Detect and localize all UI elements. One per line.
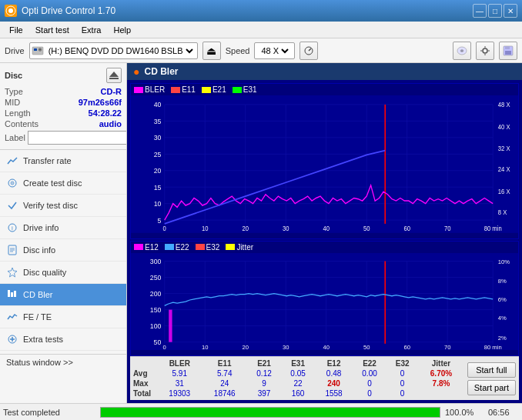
stats-header-jitter: Jitter bbox=[418, 358, 464, 368]
stats-header-label bbox=[130, 358, 157, 368]
title-bar: Opti Drive Control 1.70 — □ ✕ bbox=[0, 0, 522, 22]
stats-max-e31: 22 bbox=[281, 378, 315, 388]
time-text: 06:56 bbox=[488, 408, 519, 417]
sidebar-item-verify-test-disc[interactable]: Verify test disc bbox=[0, 195, 126, 217]
svg-point-5 bbox=[39, 48, 41, 50]
svg-text:10: 10 bbox=[154, 200, 162, 208]
svg-text:35: 35 bbox=[154, 118, 162, 125]
svg-text:0: 0 bbox=[163, 225, 167, 232]
stats-max-bler: 31 bbox=[157, 378, 202, 388]
svg-text:10: 10 bbox=[202, 344, 209, 350]
sidebar-item-create-test-disc[interactable]: Create test disc bbox=[0, 172, 126, 195]
disc-length-row: Length 54:28.22 bbox=[5, 108, 122, 118]
menu-help[interactable]: Help bbox=[107, 24, 137, 36]
transfer-rate-icon bbox=[6, 155, 18, 167]
chart-title: CD Bler bbox=[144, 66, 178, 77]
stats-avg-e11: 5.74 bbox=[202, 368, 248, 378]
speed-dropdown[interactable]: 48 X bbox=[258, 45, 291, 56]
drive-dropdown[interactable]: (H:) BENQ DVD DD DW1640 BSLB bbox=[45, 45, 196, 56]
stats-avg-label: Avg bbox=[130, 368, 157, 378]
legend-e22-color bbox=[165, 244, 174, 250]
disc-section: Disc Type CD-R MID 97m26s66f Length 54:2… bbox=[0, 63, 126, 150]
eject-button[interactable]: ⏏ bbox=[202, 42, 221, 60]
svg-text:15: 15 bbox=[154, 183, 162, 191]
svg-text:40: 40 bbox=[323, 225, 330, 232]
svg-text:4%: 4% bbox=[498, 315, 507, 322]
stats-header-e32: E32 bbox=[386, 358, 418, 368]
svg-rect-20 bbox=[109, 78, 119, 79]
drive-label: Drive bbox=[5, 46, 25, 55]
disc-icon-btn[interactable] bbox=[453, 42, 471, 60]
svg-text:80 min: 80 min bbox=[484, 225, 502, 232]
chart1-svg: 40 35 30 25 20 15 10 5 48 X 40 X 32 X 24… bbox=[131, 95, 518, 233]
svg-text:30: 30 bbox=[154, 134, 162, 142]
sidebar-item-disc-quality[interactable]: Disc quality bbox=[0, 262, 126, 284]
sidebar-item-disc-info[interactable]: Disc info bbox=[0, 239, 126, 262]
stats-avg-jitter: 6.70% bbox=[418, 368, 464, 378]
stats-max-e22: 0 bbox=[353, 378, 386, 388]
minimize-button[interactable]: — bbox=[473, 4, 487, 18]
svg-rect-116 bbox=[169, 309, 172, 342]
close-button[interactable]: ✕ bbox=[504, 4, 517, 18]
legend-e21-color bbox=[202, 87, 211, 93]
nav-menu: Transfer rate Create test disc bbox=[0, 150, 126, 351]
svg-line-7 bbox=[309, 48, 311, 51]
menu-extra[interactable]: Extra bbox=[75, 24, 108, 36]
svg-rect-32 bbox=[11, 292, 13, 297]
stats-header-e12: E12 bbox=[315, 358, 353, 368]
svg-text:40: 40 bbox=[154, 101, 162, 108]
chart1-wrapper: BLER E11 E21 E31 bbox=[130, 83, 519, 239]
nav-label-drive-info: Drive info bbox=[23, 223, 59, 232]
stats-total-e11: 18746 bbox=[202, 388, 248, 398]
sidebar-item-transfer-rate[interactable]: Transfer rate bbox=[0, 150, 126, 172]
cd-bler-icon bbox=[6, 288, 18, 301]
sidebar-item-drive-info[interactable]: i Drive info bbox=[0, 217, 126, 239]
settings-icon-btn[interactable] bbox=[476, 42, 494, 60]
disc-mid-row: MID 97m26s66f bbox=[5, 97, 122, 108]
legend-e31: E31 bbox=[233, 85, 257, 94]
maximize-button[interactable]: □ bbox=[488, 4, 502, 18]
legend-e31-color bbox=[233, 87, 242, 93]
menu-start-test[interactable]: Start test bbox=[29, 24, 75, 36]
main-content: Disc Type CD-R MID 97m26s66f Length 54:2… bbox=[0, 63, 522, 403]
svg-text:8%: 8% bbox=[498, 278, 507, 285]
legend-e12: E12 bbox=[134, 243, 159, 252]
stats-avg-row: Avg 5.91 5.74 0.12 0.05 0.48 0.00 0 6.70… bbox=[130, 368, 464, 378]
svg-marker-19 bbox=[109, 72, 119, 77]
svg-rect-79 bbox=[131, 253, 518, 350]
create-test-disc-icon bbox=[6, 177, 18, 189]
svg-point-11 bbox=[483, 48, 487, 53]
sidebar: Disc Type CD-R MID 97m26s66f Length 54:2… bbox=[0, 63, 127, 403]
svg-point-10 bbox=[461, 50, 463, 51]
disc-eject-button[interactable] bbox=[106, 68, 122, 83]
nav-label-transfer-rate: Transfer rate bbox=[23, 156, 72, 165]
status-window-label[interactable]: Status window >> bbox=[6, 358, 73, 367]
svg-text:70: 70 bbox=[444, 225, 451, 232]
svg-text:100: 100 bbox=[150, 322, 162, 330]
chart2-wrapper: E12 E22 E32 Jitter bbox=[130, 241, 519, 356]
sidebar-item-fe-te[interactable]: FE / TE bbox=[0, 306, 126, 328]
sidebar-item-cd-bler[interactable]: CD Bler bbox=[0, 284, 126, 306]
svg-rect-3 bbox=[34, 48, 37, 51]
save-icon-btn[interactable] bbox=[499, 42, 517, 60]
nav-label-cd-bler: CD Bler bbox=[23, 290, 53, 299]
svg-text:200: 200 bbox=[150, 290, 162, 298]
sidebar-item-extra-tests[interactable]: Extra tests bbox=[0, 328, 126, 351]
start-part-button[interactable]: Start part bbox=[467, 380, 516, 395]
label-input[interactable] bbox=[28, 131, 127, 145]
nav-label-disc-info: Disc info bbox=[23, 245, 55, 255]
legend-e32: E32 bbox=[196, 243, 220, 252]
start-full-button[interactable]: Start full bbox=[467, 362, 516, 378]
svg-marker-30 bbox=[8, 268, 17, 277]
svg-text:50: 50 bbox=[363, 344, 370, 350]
menu-file[interactable]: File bbox=[3, 24, 29, 36]
svg-rect-31 bbox=[8, 290, 10, 297]
menu-bar: File Start test Extra Help bbox=[0, 22, 522, 38]
svg-text:48 X: 48 X bbox=[498, 102, 510, 108]
svg-text:150: 150 bbox=[150, 306, 162, 314]
speed-icon-btn[interactable] bbox=[299, 42, 318, 60]
svg-text:0: 0 bbox=[163, 344, 166, 350]
legend-e12-color bbox=[134, 244, 143, 250]
nav-label-create-test-disc: Create test disc bbox=[23, 178, 82, 188]
stats-max-e32: 0 bbox=[386, 378, 418, 388]
